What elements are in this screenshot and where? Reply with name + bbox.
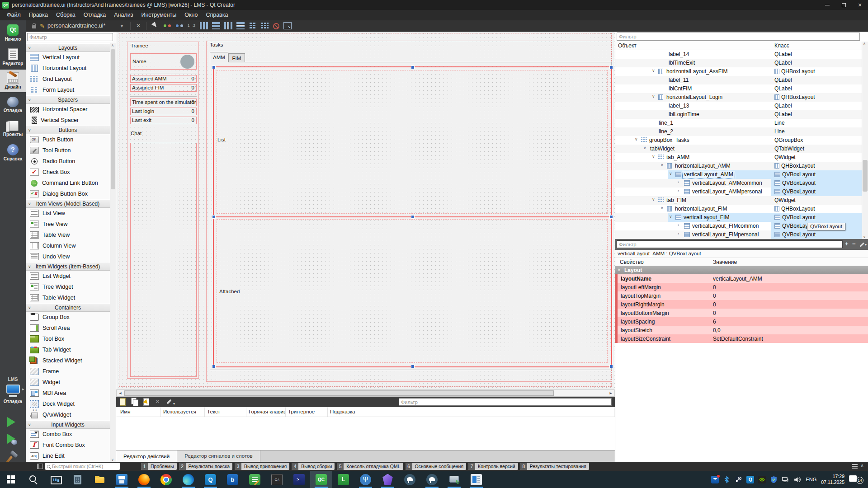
selection-handle-7[interactable] bbox=[411, 365, 415, 368]
menu-item-Правка[interactable]: Правка bbox=[25, 10, 52, 20]
close-button[interactable]: ✕ bbox=[852, 0, 868, 10]
widget-section-buttons[interactable]: ∨Buttons bbox=[26, 126, 110, 134]
menu-item-Файл[interactable]: Файл bbox=[3, 10, 25, 20]
selection-handle-8[interactable] bbox=[609, 365, 613, 368]
mode-welcome[interactable]: QtНачало bbox=[0, 22, 26, 44]
expand-icon[interactable]: › bbox=[678, 188, 679, 193]
menu-item-Окно[interactable]: Окно bbox=[180, 10, 202, 20]
widget-tool-button[interactable]: Tool Button bbox=[26, 145, 110, 156]
collapse-icon[interactable]: ∨ bbox=[643, 145, 646, 150]
menu-item-Сборка[interactable]: Сборка bbox=[52, 10, 80, 20]
document-selector[interactable]: personalcardtrainee.ui* bbox=[47, 23, 120, 29]
widget-tree-widget[interactable]: Tree Widget bbox=[26, 282, 110, 292]
widget-undo-view[interactable]: Undo View bbox=[26, 251, 110, 262]
widget-table-view[interactable]: Table View bbox=[26, 230, 110, 240]
remove-property-icon[interactable]: − bbox=[852, 240, 856, 247]
add-property-icon[interactable]: + bbox=[845, 240, 849, 247]
selection-handle-6[interactable] bbox=[212, 365, 216, 368]
widget-frame[interactable]: Frame bbox=[26, 366, 110, 377]
widget-font-combo-box[interactable]: Font Combo Box bbox=[26, 440, 110, 450]
object-row-groupBox_Tasks[interactable]: ∨groupBox_TasksQGroupBox bbox=[615, 136, 862, 145]
object-row-horizontalLayout_AMM[interactable]: ∨horizontalLayout_AMMQHBoxLayout bbox=[615, 162, 862, 170]
widget-tool-box[interactable]: Tool Box bbox=[26, 333, 110, 344]
widget-command-link-button[interactable]: Command Link Button bbox=[26, 178, 110, 188]
scroll-left-icon[interactable]: ◂ bbox=[117, 390, 124, 396]
collapse-icon[interactable]: ∨ bbox=[669, 214, 672, 219]
widget-vertical-layout[interactable]: Vertical Layout bbox=[26, 52, 110, 63]
collapse-icon[interactable]: ∨ bbox=[652, 197, 655, 202]
qt-creator[interactable]: QC bbox=[310, 471, 332, 488]
column-Имя[interactable]: Имя bbox=[118, 407, 161, 417]
steam-icon[interactable] bbox=[735, 476, 742, 483]
scrollbar-thumb[interactable] bbox=[111, 49, 115, 189]
column-object[interactable]: Объект bbox=[618, 42, 637, 49]
widget-section-spacers[interactable]: ∨Spacers bbox=[26, 95, 110, 104]
notes-app[interactable] bbox=[244, 471, 266, 488]
widget-table-widget[interactable]: Table Widget bbox=[26, 292, 110, 303]
widget-grid-layout[interactable]: Grid Layout bbox=[26, 74, 110, 84]
clock[interactable]: 17:29 07.11.2025 bbox=[821, 474, 844, 485]
maximize-button[interactable] bbox=[835, 0, 852, 10]
column-Используется[interactable]: Используется bbox=[161, 407, 205, 417]
configure-action-icon[interactable] bbox=[165, 398, 174, 406]
object-row-label_14[interactable]: label_14QLabel bbox=[615, 50, 862, 59]
postgresql-1[interactable] bbox=[399, 471, 421, 488]
widget-section-layouts[interactable]: ∨Layouts bbox=[26, 43, 110, 52]
widget-section-input-widgets[interactable]: ∨Input Widgets bbox=[26, 420, 110, 429]
object-row-line_1[interactable]: line_1Line bbox=[615, 119, 862, 127]
sidebar-toggle-icon[interactable] bbox=[37, 464, 43, 469]
object-row-verticalLayout_AMMpersonal[interactable]: ›verticalLayout_AMMpersonalQVBoxLayout bbox=[615, 188, 862, 196]
debug-run-button[interactable] bbox=[7, 434, 15, 444]
configure-properties-icon[interactable] bbox=[860, 242, 865, 247]
property-layoutBottomMargin[interactable]: layoutBottomMargin0 bbox=[615, 309, 868, 317]
widget-filter-input[interactable] bbox=[27, 33, 113, 41]
layout-splitter-horizontal-icon[interactable] bbox=[224, 22, 232, 29]
widget-group-box[interactable]: Group Box bbox=[26, 312, 110, 323]
output-pane-4[interactable]: 4Вывод сборки bbox=[292, 463, 335, 470]
tab-fim[interactable]: FIM bbox=[228, 53, 245, 62]
layout-selection[interactable]: List Attached bbox=[213, 66, 612, 367]
widget-column-view[interactable]: Column View bbox=[26, 240, 110, 251]
kit-selector[interactable]: LMS ▸ Отладка bbox=[0, 376, 26, 404]
column-Текст[interactable]: Текст bbox=[205, 407, 246, 417]
output-pane-2[interactable]: 2Результаты поиска bbox=[179, 463, 233, 470]
fork-git[interactable]: Ψ bbox=[354, 471, 377, 488]
collapse-icon[interactable]: ∨ bbox=[635, 137, 638, 141]
time-spent-row[interactable]: Time spent on the simulator 0 bbox=[130, 99, 197, 106]
widget-check-box[interactable]: Check Box bbox=[26, 167, 110, 178]
delete-action-icon[interactable] bbox=[154, 398, 162, 406]
bluetooth-icon[interactable] bbox=[723, 476, 731, 483]
powershell[interactable]: >_ bbox=[288, 471, 310, 488]
widget-vertical-spacer[interactable]: Vertical Spacer bbox=[26, 115, 110, 126]
collapse-icon[interactable]: ∨ bbox=[652, 68, 655, 73]
chat-box[interactable] bbox=[130, 143, 197, 377]
tasks-groupbox[interactable]: Tasks AMM FIM List Attached bbox=[206, 41, 612, 382]
property-layoutTopMargin[interactable]: layoutTopMargin0 bbox=[615, 291, 868, 300]
collapse-icon[interactable]: ∨ bbox=[669, 171, 672, 176]
output-pane-5[interactable]: 5Консоль отладчика QML bbox=[337, 463, 403, 470]
collapse-icon[interactable]: ∨ bbox=[652, 154, 655, 159]
assigned-amm-row[interactable]: Assigned AMM 0 bbox=[130, 75, 197, 83]
action-filter-input[interactable] bbox=[399, 398, 612, 406]
menu-item-Отладка[interactable]: Отладка bbox=[80, 10, 110, 20]
expand-icon[interactable]: › bbox=[678, 223, 679, 227]
close-document-icon[interactable]: ✕ bbox=[133, 23, 143, 29]
nvidia-icon[interactable] bbox=[758, 476, 766, 483]
edit-buddies-icon[interactable] bbox=[175, 22, 184, 29]
widget-line-edit[interactable]: Line Edit bbox=[26, 450, 110, 461]
adjust-size-icon[interactable] bbox=[283, 22, 292, 29]
widget-box-scrollbar[interactable]: ∧ ∨ bbox=[110, 43, 116, 462]
selection-handle-2[interactable] bbox=[609, 66, 613, 69]
selection-handle-1[interactable] bbox=[411, 66, 415, 69]
property-layoutSpacing[interactable]: layoutSpacing6 bbox=[615, 317, 868, 326]
selection-handle-0[interactable] bbox=[212, 66, 216, 69]
break-layout-icon[interactable] bbox=[273, 23, 279, 29]
scroll-down-icon[interactable]: ∨ bbox=[111, 458, 114, 462]
scrollbar-thumb[interactable] bbox=[124, 390, 554, 396]
mode-help[interactable]: ?Справка bbox=[0, 141, 26, 164]
object-row-lblLoginTime[interactable]: lblLoginTimeQLabel bbox=[615, 110, 862, 119]
selection-handle-5[interactable] bbox=[609, 215, 613, 219]
object-row-horizontalLayout_AssFIM[interactable]: ∨horizontalLayout_AssFIMQHBoxLayout bbox=[615, 67, 862, 76]
taskbar-search[interactable] bbox=[22, 471, 44, 488]
widget-mdi-area[interactable]: MDI Area bbox=[26, 388, 110, 399]
